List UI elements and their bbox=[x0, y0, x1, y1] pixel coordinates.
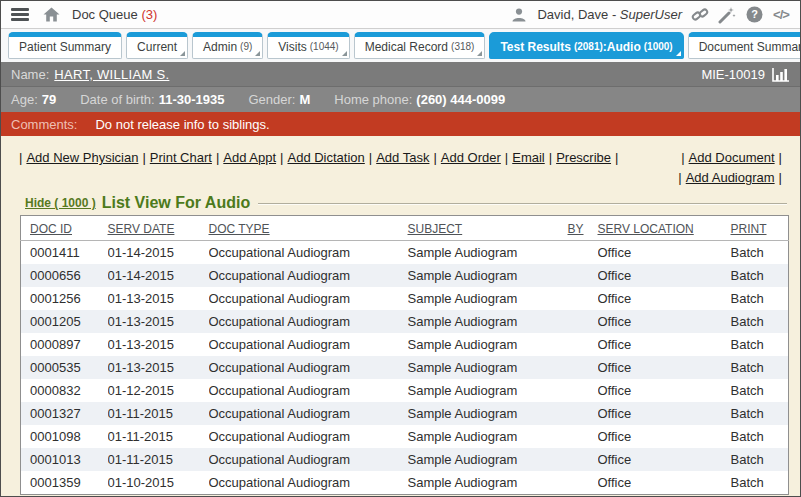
page-title: Doc Queue (3) bbox=[72, 7, 157, 22]
table-row[interactable]: 000132701-11-2015Occupational AudiogramS… bbox=[21, 402, 789, 425]
add-document-row: |Add Document| bbox=[674, 148, 786, 168]
dropdown-corner-icon bbox=[180, 51, 185, 56]
hide-toggle-link[interactable]: Hide ( 1000 ) bbox=[25, 196, 96, 210]
action-links-right: |Add Document| |Add Audiogram| bbox=[674, 148, 786, 188]
tab-visits[interactable]: Visits (1044) bbox=[267, 32, 349, 59]
prescribe-link[interactable]: Prescribe bbox=[556, 150, 611, 165]
table-row[interactable]: 000065601-14-2015Occupational AudiogramS… bbox=[21, 264, 789, 287]
add-audiogram-row: |Add Audiogram| bbox=[674, 168, 786, 188]
header-print[interactable]: PRINT bbox=[731, 216, 789, 241]
comments-label: Comments: bbox=[11, 117, 77, 132]
legend-rule bbox=[258, 203, 787, 205]
header-serv-date[interactable]: SERV DATE bbox=[108, 216, 209, 241]
chart-id: MIE-10019 bbox=[701, 67, 765, 82]
doc-queue-count: (3) bbox=[141, 7, 157, 22]
home-icon[interactable] bbox=[42, 6, 60, 24]
action-links-left: |Add New Physician|Print Chart|Add Appt|… bbox=[15, 148, 622, 188]
add-appt-link[interactable]: Add Appt bbox=[223, 150, 276, 165]
chart-id-group: MIE-10019 bbox=[701, 65, 790, 83]
demographic-age: Age:79 bbox=[11, 92, 56, 107]
tab-document-summary[interactable]: Document Summary (3267) bbox=[688, 32, 801, 59]
table-row[interactable]: 000053501-13-2015Occupational AudiogramS… bbox=[21, 356, 789, 379]
add-audiogram-link[interactable]: Add Audiogram bbox=[686, 170, 775, 185]
comments-text: Do not release info to siblings. bbox=[95, 117, 269, 132]
header-doc-id[interactable]: DOC ID bbox=[21, 216, 108, 241]
add-new-physician-link[interactable]: Add New Physician bbox=[26, 150, 138, 165]
user-role: SuperUser bbox=[620, 7, 682, 22]
dropdown-corner-icon bbox=[255, 51, 260, 56]
user-icon bbox=[510, 6, 528, 24]
tab-bar: Patient Summary Current Admin (9) Visits… bbox=[1, 29, 800, 62]
tab-patient-summary[interactable]: Patient Summary bbox=[8, 32, 122, 59]
header-by[interactable]: BY bbox=[568, 216, 598, 241]
header-doc-type[interactable]: DOC TYPE bbox=[209, 216, 408, 241]
table-row[interactable]: 000120501-13-2015Occupational AudiogramS… bbox=[21, 310, 789, 333]
table-row[interactable]: 000101301-11-2015Occupational AudiogramS… bbox=[21, 448, 789, 471]
demographic-home-phone: Home phone:(260) 444-0099 bbox=[334, 92, 505, 107]
add-dictation-link[interactable]: Add Dictation bbox=[287, 150, 364, 165]
add-document-link[interactable]: Add Document bbox=[689, 150, 775, 165]
dropdown-corner-icon bbox=[676, 51, 681, 56]
patient-name-link[interactable]: HART, WILLIAM S. bbox=[54, 67, 169, 82]
comments-bar: Comments: Do not release info to sibling… bbox=[1, 112, 800, 136]
audio-document-table: DOC ID SERV DATE DOC TYPE SUBJECT BY SER… bbox=[20, 215, 789, 495]
link-icon[interactable] bbox=[691, 6, 709, 24]
wand-icon[interactable] bbox=[718, 6, 736, 24]
table-row[interactable]: 000109801-11-2015Occupational AudiogramS… bbox=[21, 425, 789, 448]
section-legend: Hide ( 1000 ) List View For Audio bbox=[25, 194, 787, 212]
table-row[interactable]: 000125601-13-2015Occupational AudiogramS… bbox=[21, 287, 789, 310]
table-row[interactable]: 000089701-13-2015Occupational AudiogramS… bbox=[21, 333, 789, 356]
table-row[interactable]: 000141101-14-2015Occupational AudiogramS… bbox=[21, 241, 789, 265]
name-label: Name: bbox=[11, 67, 49, 82]
content-area: |Add New Physician|Print Chart|Add Appt|… bbox=[1, 136, 800, 497]
tab-medical-record[interactable]: Medical Record (318) bbox=[354, 32, 486, 59]
tab-test-results-audio[interactable]: Test Results (2081) :Audio (1000) bbox=[489, 32, 683, 59]
demographic-dob: Date of birth:11-30-1935 bbox=[80, 92, 224, 107]
demographics-bar: Age:79 Date of birth:11-30-1935 Gender:M… bbox=[1, 86, 800, 112]
email-link[interactable]: Email bbox=[512, 150, 545, 165]
action-links-row: |Add New Physician|Print Chart|Add Appt|… bbox=[1, 148, 800, 188]
dropdown-corner-icon bbox=[477, 51, 482, 56]
dropdown-corner-icon bbox=[342, 51, 347, 56]
table-header-row: DOC ID SERV DATE DOC TYPE SUBJECT BY SER… bbox=[21, 216, 789, 241]
flowsheet-chart-icon[interactable] bbox=[772, 65, 790, 83]
user-menu[interactable]: David, Dave - SuperUser bbox=[537, 7, 682, 22]
header-subject[interactable]: SUBJECT bbox=[408, 216, 568, 241]
svg-text:?: ? bbox=[751, 8, 758, 20]
table-row[interactable]: 000083201-12-2015Occupational AudiogramS… bbox=[21, 379, 789, 402]
demographic-gender: Gender:M bbox=[248, 92, 310, 107]
header-serv-location[interactable]: SERV LOCATION bbox=[598, 216, 731, 241]
code-icon[interactable]: </> bbox=[772, 6, 790, 24]
patient-name-bar: Name: HART, WILLIAM S. MIE-10019 bbox=[1, 62, 800, 86]
tab-admin[interactable]: Admin (9) bbox=[192, 32, 263, 59]
section-title: List View For Audio bbox=[102, 194, 250, 212]
table-row[interactable]: 000135901-10-2015Occupational AudiogramS… bbox=[21, 471, 789, 495]
top-right-group: David, Dave - SuperUser ? </> bbox=[510, 6, 790, 24]
tab-current[interactable]: Current bbox=[126, 32, 188, 59]
top-bar: Doc Queue (3) David, Dave - SuperUser ? … bbox=[1, 1, 800, 29]
help-icon[interactable]: ? bbox=[745, 6, 763, 24]
menu-icon[interactable] bbox=[11, 8, 29, 21]
webchart-window: Doc Queue (3) David, Dave - SuperUser ? … bbox=[0, 0, 801, 497]
add-order-link[interactable]: Add Order bbox=[441, 150, 501, 165]
add-task-link[interactable]: Add Task bbox=[376, 150, 429, 165]
print-chart-link[interactable]: Print Chart bbox=[150, 150, 212, 165]
